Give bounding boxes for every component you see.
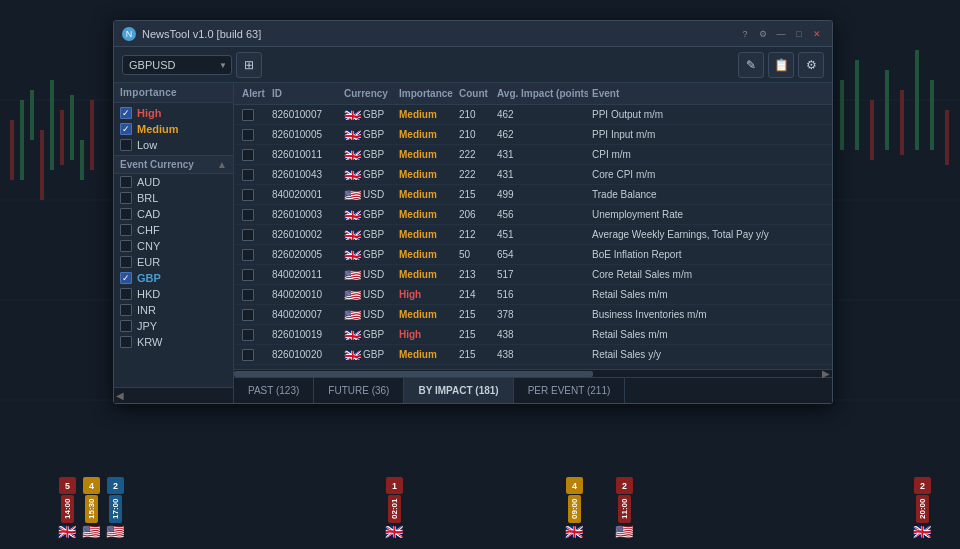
- minimize-button[interactable]: —: [774, 27, 788, 41]
- badge-time-5: 09:00: [568, 495, 581, 523]
- row-count-8: 50: [455, 249, 493, 260]
- currency-item-aud[interactable]: AUD: [114, 174, 233, 190]
- high-checkbox[interactable]: [120, 107, 132, 119]
- row-impact-6: 456: [493, 209, 588, 220]
- currency-item-eur[interactable]: EUR: [114, 254, 233, 270]
- currency-item-inr[interactable]: INR: [114, 302, 233, 318]
- close-button[interactable]: ✕: [810, 27, 824, 41]
- book-button[interactable]: 📋: [768, 52, 794, 78]
- col-header-currency: Currency: [340, 88, 395, 99]
- help-button[interactable]: ?: [738, 27, 752, 41]
- hkd-checkbox[interactable]: [120, 288, 132, 300]
- currency-item-jpy[interactable]: JPY: [114, 318, 233, 334]
- edit-button[interactable]: ✎: [738, 52, 764, 78]
- row-alert-13[interactable]: [242, 349, 254, 361]
- inr-label: INR: [137, 304, 156, 316]
- symbol-select-wrapper[interactable]: GBPUSD EURUSD USDJPY: [122, 55, 232, 75]
- table-body[interactable]: 826010007 🇬🇧GBP Medium 210 462 PPI Outpu…: [234, 105, 832, 369]
- currency-item-krw[interactable]: KRW: [114, 334, 233, 350]
- currency-item-cny[interactable]: CNY: [114, 238, 233, 254]
- row-event-13: Retail Sales y/y: [588, 349, 828, 360]
- content-area: Importance High Medium Low Event Curre: [114, 83, 832, 403]
- currency-scroll-left-icon[interactable]: ◀: [116, 390, 124, 401]
- row-alert-4[interactable]: [242, 169, 254, 181]
- row-count-10: 214: [455, 289, 493, 300]
- svg-rect-10: [70, 95, 74, 160]
- row-importance-6: Medium: [395, 209, 455, 220]
- currency-item-gbp[interactable]: GBP: [114, 270, 233, 286]
- row-alert-7[interactable]: [242, 229, 254, 241]
- gbp-checkbox[interactable]: [120, 272, 132, 284]
- main-window: N NewsTool v1.0 [build 63] ? ⚙ — □ ✕ GBP…: [113, 20, 833, 404]
- row-event-5: Trade Balance: [588, 189, 828, 200]
- row-alert-3[interactable]: [242, 149, 254, 161]
- svg-rect-16: [885, 70, 889, 150]
- currency-item-hkd[interactable]: HKD: [114, 286, 233, 302]
- window-title: NewsTool v1.0 [build 63]: [142, 28, 261, 40]
- row-alert-5[interactable]: [242, 189, 254, 201]
- svg-rect-5: [20, 100, 24, 180]
- row-id-7: 826010002: [268, 229, 340, 240]
- row-id-13: 826010020: [268, 349, 340, 360]
- krw-checkbox[interactable]: [120, 336, 132, 348]
- row-event-10: Retail Sales m/m: [588, 289, 828, 300]
- chf-checkbox[interactable]: [120, 224, 132, 236]
- importance-item-medium[interactable]: Medium: [114, 121, 233, 137]
- settings-small-button[interactable]: ⚙: [756, 27, 770, 41]
- h-scrollbar-thumb[interactable]: [234, 371, 593, 377]
- row-event-1: PPI Output m/m: [588, 109, 828, 120]
- col-header-event: Event: [588, 88, 820, 99]
- row-currency-3: 🇬🇧GBP: [340, 149, 395, 161]
- cny-checkbox[interactable]: [120, 240, 132, 252]
- svg-rect-20: [945, 110, 949, 165]
- gear-button[interactable]: ⚙: [798, 52, 824, 78]
- jpy-checkbox[interactable]: [120, 320, 132, 332]
- row-alert-11[interactable]: [242, 309, 254, 321]
- cad-checkbox[interactable]: [120, 208, 132, 220]
- medium-checkbox[interactable]: [120, 123, 132, 135]
- row-alert-8[interactable]: [242, 249, 254, 261]
- currency-hscroll[interactable]: ◀: [114, 387, 233, 403]
- badge-count-1: 5: [59, 477, 76, 494]
- tab-by-impact[interactable]: BY IMPACT (181): [404, 378, 513, 403]
- svg-rect-15: [870, 100, 874, 160]
- row-currency-8: 🇬🇧GBP: [340, 249, 395, 261]
- row-importance-3: Medium: [395, 149, 455, 160]
- filter-button[interactable]: ⊞: [236, 52, 262, 78]
- row-alert-6[interactable]: [242, 209, 254, 221]
- currency-scroll-up-icon[interactable]: ▲: [217, 159, 227, 170]
- row-alert-9[interactable]: [242, 269, 254, 281]
- importance-item-high[interactable]: High: [114, 105, 233, 121]
- currency-item-chf[interactable]: CHF: [114, 222, 233, 238]
- row-count-7: 212: [455, 229, 493, 240]
- currency-item-brl[interactable]: BRL: [114, 190, 233, 206]
- col-header-impact: Avg. Impact (points): [493, 88, 588, 99]
- eur-checkbox[interactable]: [120, 256, 132, 268]
- row-alert-12[interactable]: [242, 329, 254, 341]
- toolbar: GBPUSD EURUSD USDJPY ⊞ ✎ 📋 ⚙: [114, 47, 832, 83]
- tab-per-event[interactable]: PER EVENT (211): [514, 378, 626, 403]
- tab-past[interactable]: PAST (123): [234, 378, 314, 403]
- badge-flag-7: 🇬🇧: [913, 524, 932, 539]
- row-id-12: 826010019: [268, 329, 340, 340]
- row-impact-10: 516: [493, 289, 588, 300]
- row-alert-10[interactable]: [242, 289, 254, 301]
- aud-checkbox[interactable]: [120, 176, 132, 188]
- horizontal-scrollbar[interactable]: ▶: [234, 369, 832, 377]
- importance-item-low[interactable]: Low: [114, 137, 233, 153]
- currency-item-cad[interactable]: CAD: [114, 206, 233, 222]
- row-alert-1[interactable]: [242, 109, 254, 121]
- svg-rect-18: [915, 50, 919, 150]
- row-event-4: Core CPI m/m: [588, 169, 828, 180]
- table-row: 826010011 🇬🇧GBP Medium 222 431 CPI m/m: [234, 145, 832, 165]
- brl-checkbox[interactable]: [120, 192, 132, 204]
- low-checkbox[interactable]: [120, 139, 132, 151]
- tab-future[interactable]: FUTURE (36): [314, 378, 404, 403]
- symbol-select[interactable]: GBPUSD EURUSD USDJPY: [122, 55, 232, 75]
- row-importance-2: Medium: [395, 129, 455, 140]
- row-event-3: CPI m/m: [588, 149, 828, 160]
- row-alert-2[interactable]: [242, 129, 254, 141]
- scroll-right-icon[interactable]: ▶: [822, 370, 830, 378]
- maximize-button[interactable]: □: [792, 27, 806, 41]
- inr-checkbox[interactable]: [120, 304, 132, 316]
